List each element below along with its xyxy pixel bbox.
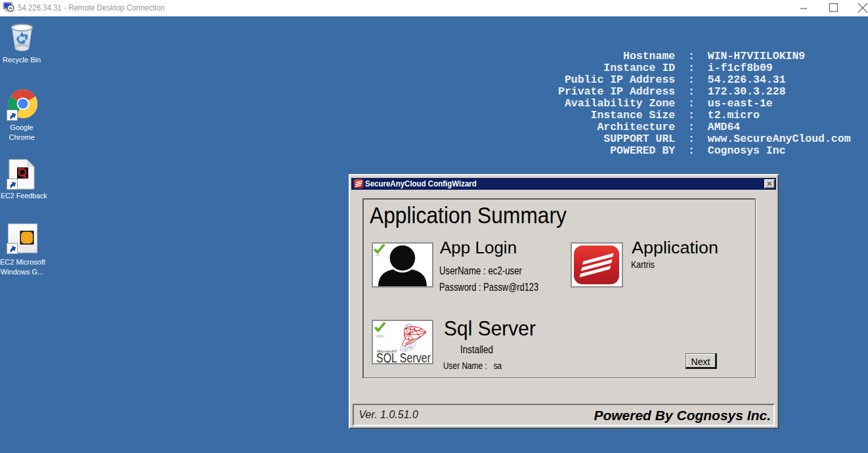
svg-text:SQL Server: SQL Server — [376, 351, 431, 363]
